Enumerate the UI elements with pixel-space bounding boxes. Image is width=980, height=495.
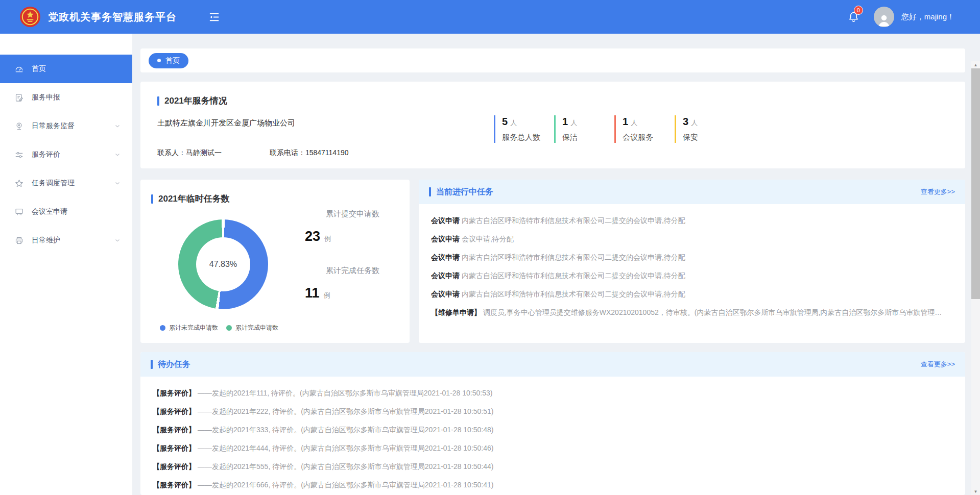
sidebar-item[interactable]: 首页 bbox=[0, 55, 132, 83]
todo-text: ——发起的2021年444, 待评价。(内蒙古自治区鄂尔多斯市乌审旗管理局202… bbox=[198, 444, 494, 452]
service-overview-card: 2021年服务情况 土默特左旗金川开发区金厦广场物业公司 联系人：马静测试一 联… bbox=[140, 82, 965, 168]
todo-row[interactable]: 【服务评价】 ——发起的2021年111, 待评价。(内蒙古自治区鄂尔多斯市乌审… bbox=[153, 388, 953, 399]
breadcrumb-home-chip[interactable]: 首页 bbox=[149, 53, 188, 68]
printer-icon bbox=[14, 235, 25, 245]
stat-unit: 人 bbox=[631, 119, 637, 127]
contact-label: 联系人： bbox=[157, 148, 186, 157]
total-unit: 例 bbox=[324, 235, 331, 242]
todo-type: 【服务评价】 bbox=[153, 426, 196, 434]
view-more-link[interactable]: 查看更多>> bbox=[921, 187, 955, 196]
stat-item: 1人 保洁 bbox=[554, 115, 611, 143]
sidebar-item-label: 服务评价 bbox=[32, 150, 60, 159]
todo-tasks-header: 待办任务 查看更多>> bbox=[140, 352, 965, 377]
monitor-icon bbox=[14, 121, 25, 131]
breadcrumb: 首页 bbox=[140, 48, 965, 72]
title-bar-icon bbox=[157, 96, 159, 106]
stat-unit: 人 bbox=[510, 119, 517, 127]
star-icon bbox=[14, 178, 25, 188]
ongoing-tasks-title: 当前进行中任务 bbox=[436, 187, 493, 197]
legend-label: 累计完成申请数 bbox=[235, 324, 278, 332]
ongoing-tasks-header: 当前进行中任务 查看更多>> bbox=[419, 180, 965, 204]
donut-chart: 47.83% bbox=[178, 219, 268, 309]
sidebar-item-label: 日常服务监督 bbox=[32, 121, 75, 131]
scroll-down-icon[interactable]: ▼ bbox=[971, 488, 980, 495]
todo-text: ——发起的2021年555, 待评价。(内蒙古自治区鄂尔多斯市乌审旗管理局202… bbox=[198, 462, 494, 471]
task-row[interactable]: 会议申请 内蒙古自治区呼和浩特市利信息技术有限公司二提交的会议申请,待分配 bbox=[431, 252, 953, 263]
scroll-up-icon[interactable]: ▲ bbox=[971, 61, 980, 68]
sidebar-item-label: 服务申报 bbox=[32, 93, 60, 102]
view-more-link[interactable]: 查看更多>> bbox=[921, 360, 955, 369]
todo-text: ——发起的2021年333, 待评价。(内蒙古自治区鄂尔多斯市乌审旗管理局202… bbox=[198, 426, 494, 434]
card-title: 2021年临时任务数 bbox=[151, 193, 230, 205]
task-row[interactable]: 【维修单申请】 调度员,事务中心管理员提交维修服务WX202102010052，… bbox=[431, 307, 953, 318]
temp-tasks-title: 2021年临时任务数 bbox=[158, 193, 230, 205]
vertical-scrollbar: ▲ ▼ bbox=[971, 61, 980, 495]
todo-tasks-card: 待办任务 查看更多>> 【服务评价】 ——发起的2021年111, 待评价。(内… bbox=[140, 352, 965, 495]
todo-text: ——发起的2021年222, 待评价。(内蒙古自治区鄂尔多斯市乌审旗管理局202… bbox=[198, 407, 494, 415]
sidebar-item-label: 首页 bbox=[32, 64, 46, 73]
stat-item: 1人 会议服务 bbox=[614, 115, 672, 143]
todo-type: 【服务评价】 bbox=[153, 407, 196, 415]
sidebar-item[interactable]: 服务评价 bbox=[0, 140, 132, 169]
total-item: 累计完成任务数 11例 bbox=[294, 266, 379, 301]
contact-name: 马静测试一 bbox=[186, 148, 222, 157]
todo-row[interactable]: 【服务评价】 ——发起的2021年222, 待评价。(内蒙古自治区鄂尔多斯市乌审… bbox=[153, 406, 953, 417]
legend-item[interactable]: 累计未完成申请数 bbox=[160, 324, 218, 332]
task-text: 内蒙古自治区呼和浩特市利信息技术有限公司二提交的会议申请,待分配 bbox=[462, 216, 685, 225]
todo-row[interactable]: 【服务评价】 ——发起的2021年333, 待评价。(内蒙古自治区鄂尔多斯市乌审… bbox=[153, 425, 953, 435]
task-row[interactable]: 会议申请 内蒙古自治区呼和浩特市利信息技术有限公司二提交的会议申请,待分配 bbox=[431, 289, 953, 300]
sidebar-item[interactable]: 任务调度管理 bbox=[0, 169, 132, 197]
sidebar-item[interactable]: 会议室申请 bbox=[0, 197, 132, 226]
total-value: 23例 bbox=[305, 229, 379, 244]
stat-unit: 人 bbox=[570, 119, 577, 127]
title-bar-icon bbox=[151, 360, 153, 369]
task-text: 内蒙古自治区呼和浩特市利信息技术有限公司二提交的会议申请,待分配 bbox=[462, 271, 685, 280]
sidebar-item[interactable]: 日常服务监督 bbox=[0, 112, 132, 140]
total-label: 累计完成任务数 bbox=[294, 266, 379, 275]
stat-value: 3人 bbox=[683, 116, 732, 129]
ongoing-task-list: 会议申请 内蒙古自治区呼和浩特市利信息技术有限公司二提交的会议申请,待分配会议申… bbox=[419, 204, 965, 318]
title-bar-icon bbox=[429, 187, 431, 196]
legend-label: 累计未完成申请数 bbox=[169, 324, 218, 332]
notification-bell-icon[interactable]: 0 bbox=[847, 10, 861, 23]
legend-item[interactable]: 累计完成申请数 bbox=[226, 324, 278, 332]
collapse-menu-icon[interactable] bbox=[208, 11, 221, 23]
chevron-down-icon bbox=[114, 122, 121, 130]
sliders-icon bbox=[14, 150, 25, 160]
todo-row[interactable]: 【服务评价】 ——发起的2021年444, 待评价。(内蒙古自治区鄂尔多斯市乌审… bbox=[153, 443, 953, 454]
sidebar-item[interactable]: 服务申报 bbox=[0, 83, 132, 112]
task-type: 【维修单申请】 bbox=[431, 308, 481, 316]
dashboard-icon bbox=[14, 64, 25, 74]
task-text: 内蒙古自治区呼和浩特市利信息技术有限公司二提交的会议申请,待分配 bbox=[462, 253, 685, 261]
task-row[interactable]: 会议申请 内蒙古自治区呼和浩特市利信息技术有限公司二提交的会议申请,待分配 bbox=[431, 270, 953, 281]
chevron-down-icon bbox=[114, 151, 121, 158]
todo-row[interactable]: 【服务评价】 ——发起的2021年555, 待评价。(内蒙古自治区鄂尔多斯市乌审… bbox=[153, 461, 953, 472]
sidebar-item[interactable]: 日常维护 bbox=[0, 226, 132, 255]
board-icon bbox=[14, 207, 25, 217]
phone-label: 联系电话： bbox=[270, 148, 305, 157]
task-text: 会议申请,待分配 bbox=[462, 235, 514, 243]
breadcrumb-home-label: 首页 bbox=[165, 56, 180, 65]
donut-center-label: 47.83% bbox=[209, 260, 237, 269]
stat-label: 会议服务 bbox=[623, 133, 672, 142]
total-item: 累计提交申请数 23例 bbox=[294, 209, 379, 244]
sidebar-item-label: 会议室申请 bbox=[32, 207, 67, 216]
todo-row[interactable]: 【服务评价】 ——发起的2021年666, 待评价。(内蒙古自治区鄂尔多斯市乌审… bbox=[153, 480, 953, 490]
task-text: 内蒙古自治区呼和浩特市利信息技术有限公司二提交的会议申请,待分配 bbox=[462, 290, 685, 298]
chevron-down-icon bbox=[114, 237, 121, 244]
notification-badge: 0 bbox=[854, 6, 863, 15]
chart-legend: 累计未完成申请数 累计完成申请数 bbox=[160, 324, 278, 332]
stat-value: 1人 bbox=[562, 116, 611, 129]
sidebar-item-label: 任务调度管理 bbox=[32, 179, 75, 188]
legend-dot-icon bbox=[226, 325, 232, 331]
dot-icon bbox=[157, 59, 161, 62]
task-type: 会议申请 bbox=[431, 271, 460, 280]
todo-type: 【服务评价】 bbox=[153, 389, 196, 397]
scrollbar-thumb[interactable] bbox=[971, 68, 980, 299]
avatar[interactable] bbox=[874, 7, 894, 27]
task-row[interactable]: 会议申请 会议申请,待分配 bbox=[431, 234, 953, 244]
todo-task-list: 【服务评价】 ——发起的2021年111, 待评价。(内蒙古自治区鄂尔多斯市乌审… bbox=[140, 377, 965, 490]
stat-value: 5人 bbox=[502, 116, 551, 129]
task-row[interactable]: 会议申请 内蒙古自治区呼和浩特市利信息技术有限公司二提交的会议申请,待分配 bbox=[431, 215, 953, 226]
national-emblem-icon bbox=[19, 6, 41, 28]
